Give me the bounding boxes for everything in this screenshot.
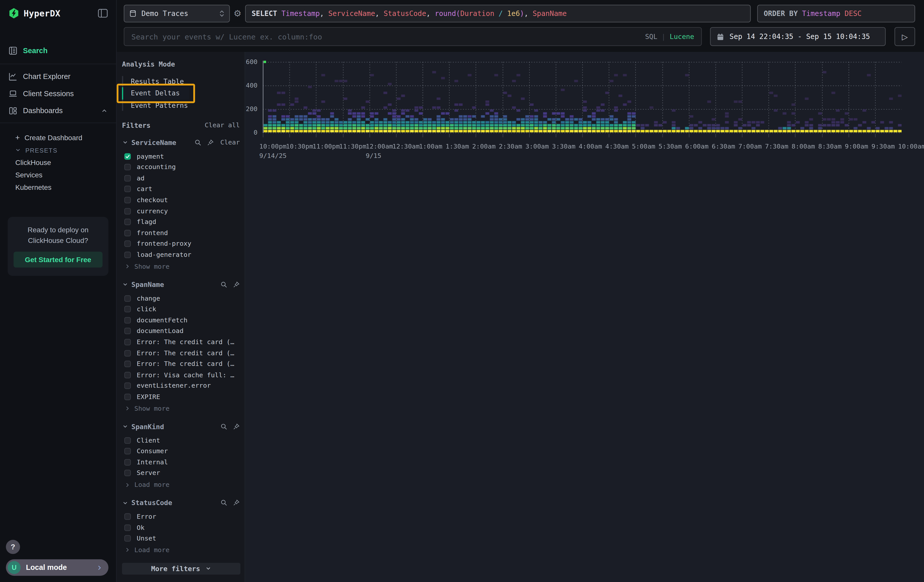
checkbox[interactable] <box>124 306 131 313</box>
filter-option-row[interactable]: Error: The credit card (… <box>122 348 240 359</box>
checkbox[interactable] <box>124 175 131 181</box>
checkbox[interactable] <box>124 448 131 455</box>
filter-option-row[interactable]: load-generator <box>122 249 240 260</box>
order-by-input[interactable]: ORDER BY Timestamp DESC <box>757 5 915 23</box>
checkbox[interactable] <box>124 295 131 302</box>
checkbox[interactable] <box>124 186 131 193</box>
filter-option-row[interactable]: documentLoad <box>122 326 240 336</box>
lucene-mode-toggle[interactable]: Lucene <box>670 32 694 41</box>
filter-group-title[interactable]: ServiceName <box>131 138 194 147</box>
presets-toggle[interactable]: PRESETS <box>0 144 116 156</box>
preset-item-kubernetes[interactable]: Kubernetes <box>0 181 116 193</box>
gear-icon[interactable]: ⚙ <box>230 5 245 23</box>
analysis-option-event-patterns[interactable]: Event Patterns <box>122 99 197 111</box>
filter-option-row[interactable]: documentFetch <box>122 315 240 326</box>
checkbox[interactable] <box>124 459 131 466</box>
search-icon[interactable] <box>220 281 228 288</box>
filter-option-row[interactable]: Unset <box>122 533 240 544</box>
checkbox[interactable] <box>124 219 131 226</box>
filter-option-row[interactable]: checkout <box>122 195 240 206</box>
pin-icon[interactable] <box>233 499 240 506</box>
filter-option-row[interactable]: Error <box>122 511 240 522</box>
data-source-select[interactable]: Demo Traces <box>124 5 230 23</box>
create-dashboard-link[interactable]: + Create Dashboard <box>0 131 116 144</box>
pin-icon[interactable] <box>233 423 240 430</box>
filter-option-row[interactable]: eventListener.error <box>122 381 240 391</box>
traces-heatmap-canvas[interactable] <box>263 59 902 140</box>
checkbox[interactable] <box>124 328 131 335</box>
search-icon[interactable] <box>220 423 228 430</box>
filter-option-row[interactable]: Internal <box>122 457 240 468</box>
filter-option-row[interactable]: accounting <box>122 162 240 173</box>
filter-option-row[interactable]: Server <box>122 468 240 478</box>
filter-option-row[interactable]: flagd <box>122 217 240 228</box>
more-filters-button[interactable]: More filters <box>122 563 240 575</box>
checkbox[interactable] <box>124 153 131 160</box>
checkbox[interactable] <box>124 164 131 171</box>
checkbox[interactable] <box>124 317 131 324</box>
filter-option-row[interactable]: Client <box>122 435 240 445</box>
sidebar-item-client-sessions[interactable]: Client Sessions <box>0 85 116 102</box>
filter-option-row[interactable]: EXPIRE <box>122 391 240 402</box>
help-button[interactable]: ? <box>6 540 20 554</box>
chevron-down-icon[interactable] <box>122 423 129 430</box>
checkbox[interactable] <box>124 350 131 356</box>
sidebar-item-search[interactable]: Search <box>0 41 116 60</box>
checkbox[interactable] <box>124 524 131 531</box>
clear-button[interactable]: Clear <box>220 138 240 146</box>
filter-option-row[interactable]: frontend <box>122 228 240 238</box>
user-menu-pill[interactable]: U Local mode <box>6 559 108 576</box>
checkbox[interactable] <box>124 339 131 345</box>
filter-option-row[interactable]: change <box>122 293 240 303</box>
date-range-picker[interactable]: Sep 14 22:04:35 - Sep 15 10:04:35 <box>710 27 886 46</box>
sql-mode-toggle[interactable]: SQL <box>645 32 657 41</box>
show-more-link[interactable]: Show more <box>122 404 240 414</box>
checkbox[interactable] <box>124 437 131 444</box>
filter-group-title[interactable]: StatusCode <box>131 499 220 507</box>
filter-option-row[interactable]: Error: The credit card (… <box>122 359 240 369</box>
get-started-button[interactable]: Get Started for Free <box>14 252 103 267</box>
checkbox[interactable] <box>124 208 131 214</box>
filter-group-title[interactable]: SpanName <box>131 280 220 289</box>
show-more-link[interactable]: Load more <box>122 545 240 555</box>
checkbox[interactable] <box>124 372 131 378</box>
filter-option-row[interactable]: cart <box>122 184 240 195</box>
run-query-button[interactable]: ▷ <box>894 27 915 46</box>
checkbox[interactable] <box>124 230 131 236</box>
clear-all-button[interactable]: Clear all <box>205 122 240 129</box>
filter-option-row[interactable]: Ok <box>122 522 240 533</box>
checkbox[interactable] <box>124 470 131 476</box>
show-more-link[interactable]: Show more <box>122 262 240 272</box>
filter-option-row[interactable]: Error: The credit card (… <box>122 336 240 348</box>
chevron-down-icon[interactable] <box>122 139 129 146</box>
search-input[interactable]: Search your events w/ Lucene ex. column:… <box>124 27 702 46</box>
checkbox[interactable] <box>124 383 131 389</box>
checkbox[interactable] <box>124 394 131 400</box>
sidebar-item-dashboards[interactable]: Dashboards <box>0 102 116 119</box>
pin-icon[interactable] <box>207 139 214 146</box>
preset-item-services[interactable]: Services <box>0 168 116 181</box>
checkbox[interactable] <box>124 197 131 203</box>
checkbox[interactable] <box>124 535 131 542</box>
filter-option-row[interactable]: currency <box>122 206 240 216</box>
analysis-option-results-table[interactable]: Results Table <box>122 76 193 87</box>
select-query-input[interactable]: SELECT Timestamp, ServiceName, StatusCod… <box>245 5 751 23</box>
filter-group-title[interactable]: SpanKind <box>131 422 220 431</box>
chevron-down-icon[interactable] <box>122 500 129 506</box>
chevron-down-icon[interactable] <box>122 281 129 288</box>
sidebar-item-chart-explorer[interactable]: Chart Explorer <box>0 68 116 85</box>
show-more-link[interactable]: Load more <box>122 480 240 490</box>
filter-option-row[interactable]: Error: Visa cache full: … <box>122 369 240 380</box>
filter-option-row[interactable]: Consumer <box>122 446 240 457</box>
pin-icon[interactable] <box>233 281 240 288</box>
filter-option-row[interactable]: click <box>122 303 240 315</box>
collapse-sidebar-icon[interactable] <box>98 9 108 18</box>
checkbox[interactable] <box>124 513 131 520</box>
preset-item-clickhouse[interactable]: ClickHouse <box>0 156 116 168</box>
analysis-option-event-deltas[interactable]: Event Deltas <box>122 87 189 99</box>
chevron-up-icon[interactable] <box>101 107 108 114</box>
checkbox[interactable] <box>124 361 131 368</box>
search-icon[interactable] <box>220 499 228 506</box>
filter-option-row[interactable]: frontend-proxy <box>122 238 240 249</box>
search-icon[interactable] <box>194 139 201 146</box>
